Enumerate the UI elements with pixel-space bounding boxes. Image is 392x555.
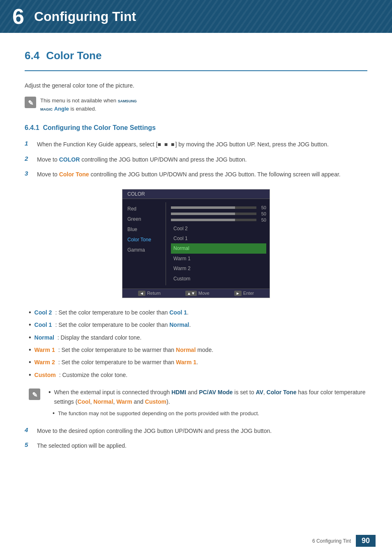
step-1: 1 When the Function Key Guide appears, s… [25, 140, 367, 149]
step-4: 4 Move to the desired option controlling… [25, 426, 367, 435]
cool1-ref: Cool 1 [169, 309, 187, 316]
cool-ref: Cool [77, 398, 90, 405]
slider-blue: 50 [171, 217, 266, 222]
bullet-cool1: Cool 1 : Set the color temperature to be… [29, 320, 367, 329]
av-ref: AV [256, 389, 263, 395]
dropdown-colortone: Cool 2 Cool 1 Normal Warm 1 Warm 2 Custo… [171, 224, 266, 284]
option-cool2: Cool 2 [171, 224, 266, 234]
bullet-warm2: Warm 2 : Set the color temperature to be… [29, 358, 367, 367]
menu-divider [164, 202, 168, 285]
footer-move: ▲▼ Move [185, 291, 210, 296]
menu-item-colortone: Color Tone [122, 235, 164, 245]
colortone-ref: Color Tone [267, 389, 297, 395]
slider-red: 50 [171, 205, 266, 210]
footer-chapter-ref: 6 Configuring Tint [312, 538, 351, 544]
menu-item-red: Red [122, 204, 164, 214]
pcav-ref: PC/AV Mode [199, 389, 233, 395]
bullet-cool2-label: Cool 2 [35, 308, 52, 317]
warm-ref: Warm [116, 398, 132, 405]
menu-item-green: Green [122, 214, 164, 224]
color-tone-link: Color Tone [59, 171, 89, 178]
custom-ref: Custom [145, 398, 166, 405]
menu-item-blue: Blue [122, 224, 164, 235]
option-normal: Normal [171, 243, 266, 253]
note-box-2: ✎ When the external input is connected t… [25, 388, 367, 418]
bullet-custom-label: Custom [35, 370, 56, 379]
chapter-title: Configuring Tint [34, 9, 136, 24]
option-custom: Custom [171, 274, 266, 284]
hdmi-ref: HDMI [171, 389, 186, 395]
note-2-bullets: When the external input is connected thr… [44, 388, 367, 406]
angle-link: Angle [54, 106, 69, 112]
slider-green: 50 [171, 211, 266, 216]
warm1-ref: Warm 1 [176, 359, 196, 365]
menu-left-panel: Red Green Blue Color Tone Gamma [122, 202, 164, 285]
menu-header: COLOR [122, 190, 270, 199]
bullet-normal: Normal : Display the standard color tone… [29, 333, 367, 342]
color-link: COLOR [59, 156, 80, 163]
page-footer: 6 Configuring Tint 90 [312, 535, 376, 547]
step-5: 5 The selected option will be applied. [25, 441, 367, 450]
footer-enter: ► Enter [234, 291, 254, 296]
bullet-cool2: Cool 2 : Set the color temperature to be… [29, 308, 367, 317]
note-icon-1: ✎ [25, 97, 36, 108]
bullet-custom: Custom : Customize the color tone. [29, 370, 367, 379]
section-description: Adjust the general color tone of the pic… [25, 81, 367, 90]
options-bullet-list: Cool 2 : Set the color temperature to be… [25, 308, 367, 379]
bullet-warm2-label: Warm 2 [35, 358, 55, 367]
page-number: 90 [356, 535, 376, 547]
steps-list: 1 When the Function Key Guide appears, s… [25, 140, 367, 179]
bullet-warm1: Warm 1 : Set the color temperature to be… [29, 345, 367, 354]
menu-footer: ◄ Return ▲▼ Move ► Enter [122, 289, 270, 298]
page-header: 6 Configuring Tint [0, 0, 392, 33]
step-3: 3 Move to Color Tone controlling the JOG… [25, 170, 367, 179]
footer-return: ◄ Return [138, 291, 161, 296]
color-menu-screenshot: COLOR Red Green Blue Color Tone Gamma 50 [122, 189, 270, 298]
step-2: 2 Move to COLOR controlling the JOG butt… [25, 155, 367, 164]
normal-ref-warm: Normal [176, 347, 196, 353]
svg-text:✎: ✎ [28, 99, 33, 106]
subsection-title: 6.4.1 Configuring the Color Tone Setting… [25, 124, 367, 132]
steps-list-45: 4 Move to the desired option controlling… [25, 426, 367, 451]
menu-item-gamma: Gamma [122, 245, 164, 255]
note-icon-2: ✎ [29, 388, 40, 400]
bullet-cool1-label: Cool 1 [35, 320, 52, 329]
note-2-sub-bullets: The function may not be supported depend… [44, 409, 367, 418]
note-2-content: When the external input is connected thr… [44, 388, 367, 418]
section-title: Color Tone [46, 49, 101, 62]
chapter-number: 6 [12, 6, 24, 27]
note-2-sub-bullet: The function may not be supported depend… [53, 409, 367, 418]
note-2-sub-text: The function may not be supported depend… [58, 409, 259, 418]
option-warm1: Warm 1 [171, 254, 266, 264]
section-header: 6.4 Color Tone [25, 49, 367, 71]
normal-ref2: Normal [93, 398, 113, 405]
svg-text:✎: ✎ [32, 391, 37, 398]
note-2-bullet-main: When the external input is connected thr… [48, 388, 367, 406]
menu-right-panel: 50 50 50 Cool 2 Cool 1 Normal Warm 1 War… [168, 202, 270, 285]
option-cool1: Cool 1 [171, 234, 266, 243]
bullet-normal-label: Normal [35, 333, 54, 342]
bullet-warm1-label: Warm 1 [35, 345, 55, 354]
menu-body: Red Green Blue Color Tone Gamma 50 50 [122, 199, 270, 289]
note-text-1: This menu is not available when SAMSUNGM… [40, 97, 137, 113]
main-content: 6.4 Color Tone Adjust the general color … [0, 33, 392, 493]
normal-ref-cool: Normal [169, 321, 189, 328]
option-warm2: Warm 2 [171, 264, 266, 273]
section-number: 6.4 [25, 49, 39, 62]
note-box-1: ✎ This menu is not available when SAMSUN… [25, 97, 367, 113]
